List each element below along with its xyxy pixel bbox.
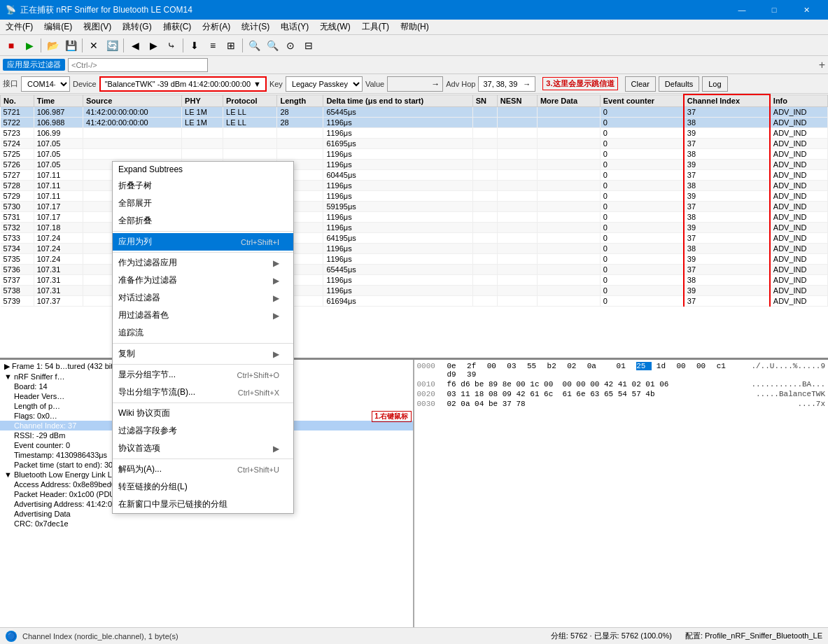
ctx-decode-as[interactable]: 解码为(A)... Ctrl+Shift+U bbox=[113, 461, 293, 478]
table-cell: ADV_IND bbox=[770, 149, 828, 160]
filter-input[interactable] bbox=[68, 58, 208, 72]
zoom-out-button[interactable]: 🔍 bbox=[264, 37, 281, 54]
ctx-conversation-filter[interactable]: 对话过滤器 ▶ bbox=[113, 289, 293, 307]
table-cell: 0 bbox=[600, 191, 684, 202]
port-select[interactable]: COM14-3. bbox=[21, 76, 70, 92]
ctx-expand-all[interactable]: 全部展开 bbox=[113, 195, 293, 212]
save-button[interactable]: 💾 bbox=[62, 37, 79, 54]
table-cell: 1196μs bbox=[323, 286, 472, 296]
menu-help[interactable]: 帮助(H) bbox=[395, 20, 435, 35]
detail-row-crc[interactable]: CRC: 0x7dec1e bbox=[0, 519, 413, 528]
go-to-button[interactable]: ⤷ bbox=[163, 37, 180, 54]
table-cell bbox=[497, 139, 537, 149]
ctx-show-bytes[interactable]: 显示分组字节... Ctrl+Shift+O bbox=[113, 366, 293, 384]
table-cell bbox=[83, 128, 182, 139]
menu-file[interactable]: 文件(F) bbox=[0, 20, 38, 35]
ctx-apply-as-column[interactable]: 应用为列 Ctrl+Shift+I bbox=[113, 233, 293, 251]
ctx-collapse-all[interactable]: 全部折叠 bbox=[113, 212, 293, 230]
menu-tools[interactable]: 工具(T) bbox=[356, 20, 395, 35]
table-cell: 37 bbox=[684, 296, 770, 307]
cols-button[interactable]: ⊞ bbox=[223, 37, 239, 54]
table-cell bbox=[537, 107, 600, 118]
menu-goto[interactable]: 跳转(G) bbox=[117, 20, 157, 35]
list-button[interactable]: ≡ bbox=[204, 37, 221, 54]
ctx-goto-linked[interactable]: 转至链接的分组(L) bbox=[113, 478, 293, 496]
close-button[interactable]: ✕ bbox=[790, 0, 822, 20]
ctx-prepare-filter[interactable]: 准备作为过滤器 ▶ bbox=[113, 272, 293, 289]
table-row[interactable]: 5725107.051196μs038ADV_IND bbox=[1, 149, 828, 160]
device-box[interactable]: "BalanceTWK" -39 dBm 41:42:00:00:00:00 ▼ bbox=[99, 76, 267, 92]
ctx-follow-stream[interactable]: 追踪流 bbox=[113, 324, 293, 342]
ctx-copy[interactable]: 复制 ▶ bbox=[113, 345, 293, 363]
ctx-color-filter[interactable]: 用过滤器着色 ▶ bbox=[113, 307, 293, 324]
table-cell: 5731 bbox=[1, 212, 34, 223]
table-cell: 60445μs bbox=[323, 170, 472, 181]
resize-cols-button[interactable]: ⊟ bbox=[300, 37, 317, 54]
close-file-button[interactable]: ✕ bbox=[85, 37, 102, 54]
forward-button[interactable]: ▶ bbox=[145, 37, 162, 54]
ctx-export-bytes[interactable]: 导出分组字节流(B)... Ctrl+Shift+X bbox=[113, 384, 293, 401]
table-cell: 106.988 bbox=[34, 118, 83, 128]
ctx-proto-prefs[interactable]: 协议首选项 ▶ bbox=[113, 440, 293, 457]
col-eventctr: Event counter bbox=[600, 94, 684, 107]
table-cell: 0 bbox=[600, 139, 684, 149]
minimize-button[interactable]: — bbox=[726, 0, 758, 20]
menu-stats[interactable]: 统计(S) bbox=[236, 20, 275, 35]
table-row[interactable]: 5722106.98841:42:00:00:00:00LE 1MLE LL28… bbox=[1, 118, 828, 128]
table-cell bbox=[472, 265, 497, 275]
menu-capture[interactable]: 捕获(C) bbox=[157, 20, 197, 35]
table-row[interactable]: 5724107.0561695μs037ADV_IND bbox=[1, 139, 828, 149]
scroll-down-button[interactable]: ⬇ bbox=[186, 37, 203, 54]
filter-plus-button[interactable]: + bbox=[819, 59, 825, 71]
reload-button[interactable]: 🔄 bbox=[104, 37, 120, 54]
zoom-reset-button[interactable]: ⊙ bbox=[282, 37, 299, 54]
table-cell bbox=[472, 202, 497, 212]
restart-button[interactable]: ▶ bbox=[21, 37, 38, 54]
hex-byte: 0e bbox=[447, 362, 463, 370]
table-cell: 0 bbox=[600, 181, 684, 191]
value-arrow-icon[interactable]: → bbox=[431, 79, 440, 89]
zoom-in-button[interactable]: 🔍 bbox=[246, 37, 262, 54]
ctx-collapse-subtrees[interactable]: 折叠子树 bbox=[113, 177, 293, 195]
expand-icon: ▶ bbox=[4, 362, 10, 370]
defaults-button[interactable]: Defaults bbox=[659, 76, 699, 92]
table-cell bbox=[497, 296, 537, 307]
hex-ascii-0: ./..U....%.....9 bbox=[751, 362, 825, 379]
stop-button[interactable]: ■ bbox=[3, 37, 20, 54]
table-cell: 0 bbox=[600, 118, 684, 128]
table-row[interactable]: 5721106.98741:42:00:00:00:00LE 1MLE LL28… bbox=[1, 107, 828, 118]
ctx-apply-as-filter[interactable]: 作为过滤器应用 ▶ bbox=[113, 254, 293, 272]
open-button[interactable]: 📂 bbox=[44, 37, 61, 54]
table-cell: 37 bbox=[684, 170, 770, 181]
ctx-show-linked-newwin[interactable]: 在新窗口中显示已链接的分组 bbox=[113, 496, 293, 513]
value-box[interactable]: → bbox=[387, 76, 443, 92]
ctx-proto-prefs-arrow: ▶ bbox=[273, 444, 279, 454]
key-select[interactable]: Legacy Passkey bbox=[286, 76, 363, 92]
ctx-filter-ref[interactable]: 过滤器字段参考 bbox=[113, 422, 293, 440]
ctx-expand-subtrees[interactable]: Expand Subtrees bbox=[113, 162, 293, 177]
menu-view[interactable]: 视图(V) bbox=[78, 20, 117, 35]
back-button[interactable]: ◀ bbox=[127, 37, 143, 54]
table-row[interactable]: 5723106.991196μs039ADV_IND bbox=[1, 128, 828, 139]
table-cell bbox=[182, 139, 223, 149]
table-cell bbox=[472, 191, 497, 202]
clear-button[interactable]: Clear bbox=[625, 76, 656, 92]
table-cell: 0 bbox=[600, 149, 684, 160]
table-cell bbox=[497, 128, 537, 139]
advhop-arrow-icon[interactable]: → bbox=[523, 80, 531, 88]
ctx-proto-prefs-label: 协议首选项 bbox=[118, 442, 160, 454]
table-cell: ADV_IND bbox=[770, 233, 828, 244]
status-bar: 🔵 Channel Index (nordic_ble.channel), 1 … bbox=[0, 627, 828, 644]
table-cell bbox=[497, 160, 537, 170]
maximize-button[interactable]: □ bbox=[758, 0, 790, 20]
table-cell: 38 bbox=[684, 212, 770, 223]
menu-phone[interactable]: 电话(Y) bbox=[275, 20, 314, 35]
advhop-value: 37, 38, 39 bbox=[483, 80, 517, 88]
table-cell: ADV_IND bbox=[770, 265, 828, 275]
menu-wireless[interactable]: 无线(W) bbox=[314, 20, 356, 35]
menu-analyze[interactable]: 分析(A) bbox=[197, 20, 236, 35]
ctx-wiki[interactable]: Wiki 协议页面 bbox=[113, 405, 293, 422]
menu-edit[interactable]: 编辑(E) bbox=[38, 20, 78, 35]
log-button[interactable]: Log bbox=[702, 76, 727, 92]
device-dropdown-icon[interactable]: ▼ bbox=[253, 80, 261, 88]
